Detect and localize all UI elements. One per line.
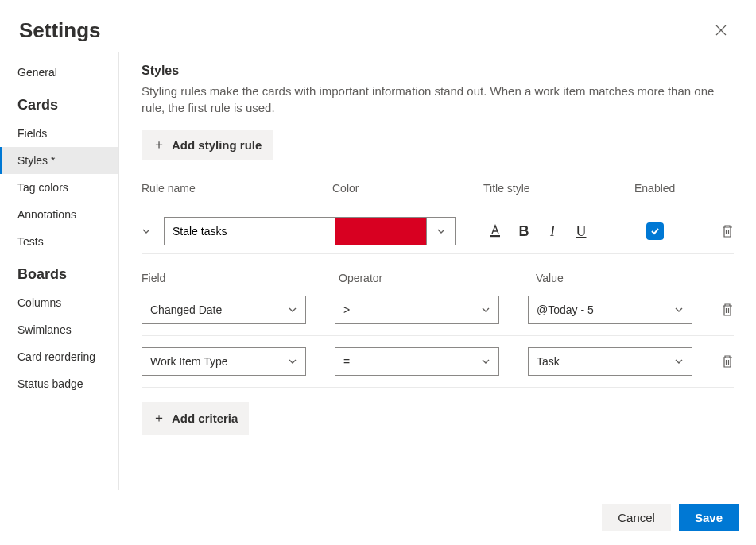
- italic-icon[interactable]: I: [545, 223, 560, 239]
- color-dropdown-toggle[interactable]: [426, 218, 455, 245]
- expand-rule-chevron[interactable]: [142, 226, 164, 236]
- check-icon: [649, 226, 661, 237]
- page-title: Settings: [19, 18, 101, 43]
- criteria-field-select[interactable]: Changed Date: [142, 296, 306, 324]
- sidebar-item-card-reordering[interactable]: Card reordering: [0, 343, 118, 370]
- chevron-down-icon: [288, 305, 297, 315]
- criteria-row: Changed Date > @Today - 5: [142, 284, 734, 336]
- chevron-down-icon: [674, 305, 684, 315]
- underline-icon[interactable]: U: [573, 223, 589, 239]
- sidebar-item-tests[interactable]: Tests: [0, 228, 118, 255]
- sidebar-item-swimlanes[interactable]: Swimlanes: [0, 316, 118, 343]
- add-criteria-label: Add criteria: [172, 412, 238, 425]
- column-header-enabled: Enabled: [634, 182, 698, 195]
- delete-criteria-button[interactable]: [721, 303, 734, 317]
- criteria-header-operator: Operator: [339, 272, 536, 284]
- dialog-footer: Cancel Save: [0, 490, 756, 545]
- criteria-operator-value: =: [343, 355, 350, 368]
- criteria-value-value: Task: [537, 355, 560, 368]
- save-button[interactable]: Save: [679, 504, 739, 531]
- criteria-field-select[interactable]: Work Item Type: [142, 347, 306, 376]
- sidebar-item-status-badge[interactable]: Status badge: [0, 370, 118, 397]
- panel-description: Styling rules make the cards with import…: [142, 83, 734, 116]
- criteria-value-select[interactable]: Task: [528, 347, 692, 376]
- title-style-group: B I U: [487, 223, 589, 239]
- add-styling-rule-label: Add styling rule: [172, 138, 262, 152]
- plus-icon: ＋: [153, 410, 165, 427]
- chevron-down-icon: [288, 357, 297, 366]
- sidebar-item-annotations[interactable]: Annotations: [0, 201, 118, 228]
- text-color-icon: [488, 224, 502, 238]
- add-styling-rule-button[interactable]: ＋ Add styling rule: [142, 130, 273, 160]
- sidebar-item-general[interactable]: General: [0, 59, 118, 86]
- chevron-down-icon: [142, 226, 151, 236]
- criteria-operator-select[interactable]: >: [335, 296, 499, 324]
- criteria-value-select[interactable]: @Today - 5: [528, 296, 692, 324]
- criteria-header-value: Value: [536, 272, 709, 284]
- trash-icon: [721, 303, 734, 317]
- criteria-row: Work Item Type = Task: [142, 336, 734, 388]
- criteria-operator-select[interactable]: =: [335, 347, 499, 376]
- cancel-button[interactable]: Cancel: [602, 504, 671, 531]
- rule-enabled-checkbox[interactable]: [646, 222, 664, 240]
- column-header-title-style: Title style: [483, 182, 634, 195]
- color-picker[interactable]: [335, 217, 456, 245]
- delete-criteria-button[interactable]: [721, 354, 734, 369]
- column-header-color: Color: [332, 182, 483, 195]
- close-icon: [715, 24, 727, 37]
- chevron-down-icon: [436, 226, 446, 236]
- rule-name-input[interactable]: [164, 217, 335, 245]
- trash-icon: [721, 224, 734, 238]
- color-swatch: [335, 218, 426, 245]
- font-color-icon[interactable]: [487, 223, 503, 239]
- panel-title: Styles: [142, 64, 734, 78]
- add-criteria-button[interactable]: ＋ Add criteria: [142, 402, 249, 435]
- styling-rule-row: B I U: [142, 209, 734, 254]
- sidebar-item-columns[interactable]: Columns: [0, 289, 118, 316]
- main-panel: Styles Styling rules make the cards with…: [119, 52, 756, 494]
- settings-sidebar: General Cards Fields Styles * Tag colors…: [0, 52, 119, 494]
- chevron-down-icon: [674, 357, 684, 366]
- criteria-header-field: Field: [142, 272, 339, 284]
- sidebar-item-styles[interactable]: Styles *: [0, 147, 118, 174]
- criteria-value-value: @Today - 5: [537, 303, 594, 316]
- close-button[interactable]: [708, 17, 734, 43]
- sidebar-section-boards: Boards: [0, 255, 118, 289]
- svg-rect-0: [490, 235, 500, 237]
- plus-icon: ＋: [153, 137, 165, 153]
- trash-icon: [721, 354, 734, 369]
- criteria-field-value: Work Item Type: [150, 355, 228, 368]
- bold-icon[interactable]: B: [516, 223, 532, 239]
- criteria-operator-value: >: [343, 303, 350, 316]
- chevron-down-icon: [481, 305, 490, 315]
- delete-rule-button[interactable]: [721, 224, 734, 238]
- sidebar-section-cards: Cards: [0, 86, 118, 120]
- chevron-down-icon: [481, 357, 490, 366]
- column-header-rule-name: Rule name: [142, 182, 332, 195]
- sidebar-item-fields[interactable]: Fields: [0, 120, 118, 147]
- criteria-field-value: Changed Date: [150, 303, 222, 316]
- sidebar-item-tag-colors[interactable]: Tag colors: [0, 174, 118, 201]
